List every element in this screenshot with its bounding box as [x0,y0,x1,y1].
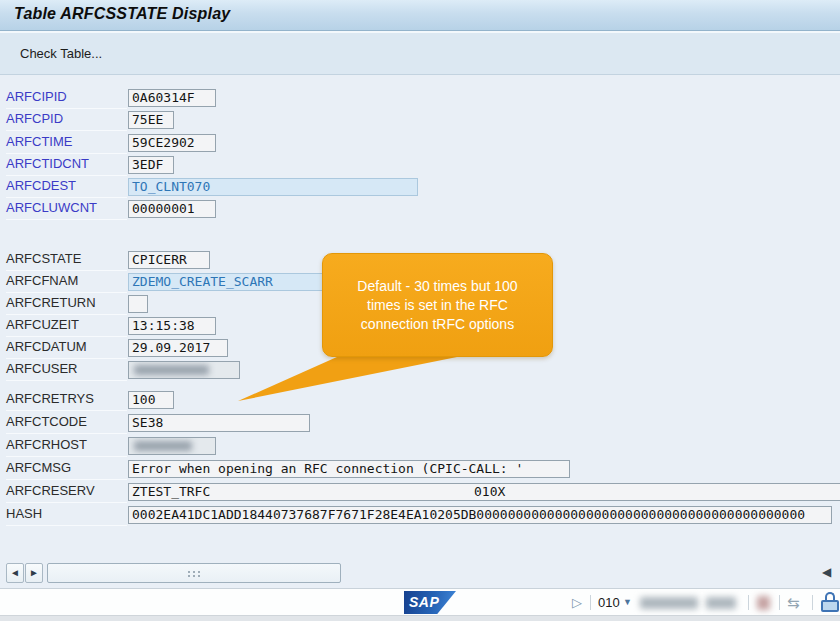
field-value: TO_CLNT070 [132,179,210,194]
field-label-hash: HASH [6,504,127,526]
focus-corner-marker [212,103,216,107]
field-value: 75EE [132,112,163,127]
field-input-arfcmsg[interactable]: Error when opening an RFC connection (CP… [128,460,570,478]
redacted-value [134,441,192,451]
scroll-left-button[interactable]: ◄ [6,563,24,583]
annotation-callout: Default - 30 times but 100 times is set … [322,253,553,357]
scroll-right-button[interactable]: ► [25,563,43,583]
field-label-arfcstate: ARFCSTATE [6,249,127,271]
field-value: 00000001 [132,201,195,216]
session-switch-icon[interactable]: ⇆ [787,589,800,616]
scrollbar-grip-icon [188,571,190,573]
field-input-arfcipid[interactable]: 0A60314F [128,89,216,107]
field-label-arfcuser: ARFCUSER [6,359,127,381]
field-label-arfcdest: ARFCDEST [6,176,127,198]
sap-gui-window: Table ARFCSSTATE Display Check Table... … [0,0,840,621]
field-value: 13:15:38 [132,318,195,333]
field-value: 29.09.2017 [132,340,210,355]
sap-logo: SAP [404,591,456,614]
field-label-arfcdatum: ARFCDATUM [6,337,127,359]
annotation-callout-text: Default - 30 times but 100 times is set … [340,277,536,334]
field-value-secondary: 010X [474,484,505,500]
horizontal-scrollbar: ◄ ► ◀ [0,558,840,588]
client-number: 010 [598,589,620,616]
focus-corner-marker [212,89,216,93]
field-input-arfcluwcnt[interactable]: 00000001 [128,200,216,218]
field-input-arfctidcnt[interactable]: 3EDF [128,156,174,174]
lock-icon [821,592,840,614]
status-separator [590,595,591,610]
field-input-arfctime[interactable]: 59CE2902 [128,134,216,152]
application-toolbar: Check Table... [0,33,840,75]
status-expand-icon[interactable]: ▷ [572,589,582,616]
field-label-arfcpid: ARFCPID [6,109,127,131]
field-label-arfctcode: ARFCTCODE [6,412,127,434]
title-bar: Table ARFCSSTATE Display [0,0,840,31]
field-input-hash[interactable]: 0002EA41DC1ADD18440737687F7671F28E4EA102… [128,506,832,524]
focus-corner-marker [128,103,132,107]
status-bar: SAP ▷ 010 ▼ ⇆ [0,588,840,616]
field-value: SE38 [132,415,163,430]
field-label-arfctidcnt: ARFCTIDCNT [6,154,127,176]
client-dropdown-caret-icon[interactable]: ▼ [623,589,632,616]
field-input-arfcrhost[interactable] [128,437,216,455]
check-table-button[interactable]: Check Table... [20,33,102,74]
field-value: ZTEST_TRFC [132,484,210,499]
field-value: Error when opening an RFC connection (CP… [132,461,523,476]
field-input-arfcuser[interactable] [128,361,240,379]
field-input-arfcreserv[interactable]: ZTEST_TRFC010X [128,483,840,501]
pane-collapse-arrow-icon[interactable]: ◀ [822,565,831,579]
redacted-system-name [640,597,698,609]
field-label-arfcipid: ARFCIPID [6,87,127,109]
field-label-arfcmsg: ARFCMSG [6,458,127,480]
page-title: Table ARFCSSTATE Display [14,5,230,23]
field-value: 3EDF [132,157,163,172]
field-label-arfcrhost: ARFCRHOST [6,435,127,457]
sap-logo-text: SAP [409,594,439,610]
field-label-arfctime: ARFCTIME [6,132,127,154]
field-value: ZDEMO_CREATE_SCARR [132,274,273,289]
redacted-value [134,365,209,375]
status-separator [748,595,749,610]
field-input-arfcdatum[interactable]: 29.09.2017 [128,339,228,357]
field-value: 0A60314F [132,90,195,105]
field-input-arfcdest[interactable]: TO_CLNT070 [128,178,418,196]
field-input-arfcstate[interactable]: CPICERR [128,251,210,269]
window-bottom-edge [0,615,840,621]
field-value: 100 [132,392,155,407]
field-input-arfcreturn[interactable] [128,295,148,313]
field-input-arfcpid[interactable]: 75EE [128,111,174,129]
field-label-arfcreserv: ARFCRESERV [6,481,127,503]
redacted-server-name [706,597,736,609]
field-label-arfcuzeit: ARFCUZEIT [6,315,127,337]
field-input-arfctcode[interactable]: SE38 [128,414,310,432]
field-value: CPICERR [132,252,187,267]
field-input-arfcuzeit[interactable]: 13:15:38 [128,317,216,335]
field-label-arfcreturn: ARFCRETURN [6,293,127,315]
field-value: 0002EA41DC1ADD18440737687F7671F28E4EA102… [132,507,805,522]
field-label-arfcretrys: ARFCRETRYS [6,389,127,411]
field-input-arfcretrys[interactable]: 100 [128,391,174,409]
field-label-arfcluwcnt: ARFCLUWCNT [6,198,127,220]
scrollbar-thumb[interactable] [47,563,341,583]
field-label-arfcfnam: ARFCFNAM [6,271,127,293]
focus-corner-marker [128,89,132,93]
redacted-status-icon [757,596,770,610]
field-value: 59CE2902 [132,135,195,150]
status-separator [779,595,780,610]
status-separator [812,595,813,610]
